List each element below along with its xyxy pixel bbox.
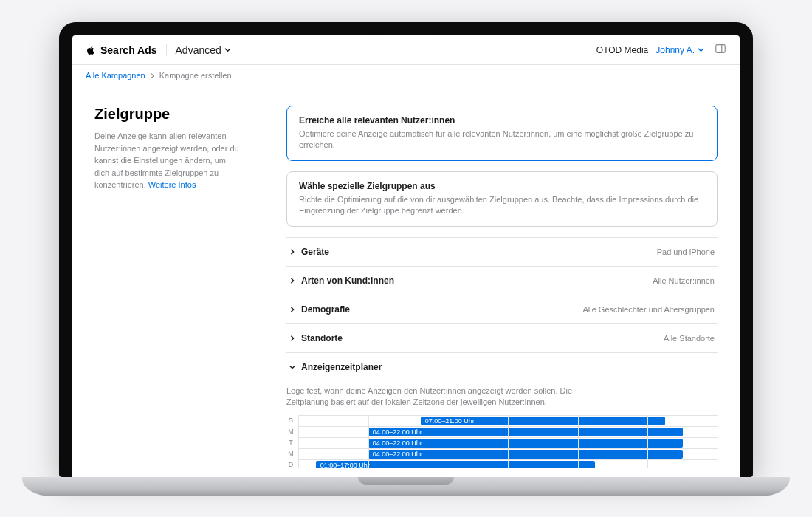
row-label: Demografie — [301, 304, 350, 315]
panel-toggle-icon[interactable] — [715, 43, 726, 57]
option-title: Erreiche alle relevanten Nutzer:innen — [299, 115, 705, 126]
apple-logo-icon — [86, 45, 96, 55]
camera-notch — [373, 25, 439, 34]
schedule-track[interactable]: M04:00–22:00 Uhr — [298, 426, 718, 437]
app-screen: Search Ads Advanced OTOD Media Johnny A. — [72, 35, 740, 477]
breadcrumb: Alle Kampagnen Kampagne erstellen — [72, 65, 740, 86]
brand-text: Search Ads — [100, 44, 157, 56]
chevron-right-icon — [150, 71, 155, 80]
schedule-grid[interactable]: S07:00–21:00 UhrM04:00–22:00 UhrT04:00–2… — [286, 415, 718, 468]
mode-label: Advanced — [176, 44, 221, 56]
row-value: Alle Geschlechter und Altersgruppen — [582, 305, 715, 314]
schedule-track[interactable]: D01:00–17:00 Uhr — [298, 459, 718, 468]
chevron-right-icon — [289, 333, 295, 343]
schedule-bar[interactable]: 07:00–21:00 Uhr — [421, 417, 665, 425]
main-column: Erreiche alle relevanten Nutzer:innen Op… — [286, 106, 718, 468]
row-value: iPad und iPhone — [655, 247, 715, 256]
option-desc: Optimiere deine Anzeige automatisch für … — [299, 129, 705, 151]
section-title: Zielgruppe — [94, 106, 242, 123]
row-scheduler[interactable]: Anzeigenzeitplaner — [286, 352, 718, 381]
schedule-bar[interactable]: 04:00–22:00 Uhr — [368, 439, 683, 448]
user-menu[interactable]: Johnny A. — [656, 45, 704, 55]
breadcrumb-root[interactable]: Alle Kampagnen — [86, 71, 145, 80]
scheduler-description: Lege fest, wann deine Anzeigen den Nutze… — [286, 386, 596, 408]
day-label: D — [286, 461, 295, 468]
section-description: Deine Anzeige kann allen relevanten Nutz… — [94, 130, 242, 191]
schedule-bar[interactable]: 04:00–22:00 Uhr — [368, 428, 683, 436]
schedule-bar[interactable]: 01:00–17:00 Uhr — [316, 461, 596, 468]
app-header: Search Ads Advanced OTOD Media Johnny A. — [72, 35, 740, 65]
learn-more-link[interactable]: Weitere Infos — [148, 180, 196, 189]
user-name: Johnny A. — [656, 45, 695, 55]
brand: Search Ads — [86, 44, 157, 56]
page-body: Zielgruppe Deine Anzeige kann allen rele… — [72, 86, 740, 468]
chevron-down-icon — [224, 47, 231, 53]
chevron-down-icon — [289, 362, 295, 372]
breadcrumb-current: Kampagne erstellen — [159, 71, 232, 80]
schedule-track[interactable]: T04:00–22:00 Uhr — [298, 437, 718, 448]
row-locations[interactable]: Standorte Alle Standorte — [286, 323, 718, 352]
row-value: Alle Nutzer:innen — [653, 276, 715, 285]
row-customer-types[interactable]: Arten von Kund:innen Alle Nutzer:innen — [286, 266, 718, 295]
row-label: Geräte — [301, 247, 329, 257]
option-desc: Richte die Optimierung auf die von dir a… — [299, 194, 705, 217]
row-devices[interactable]: Geräte iPad und iPhone — [286, 237, 718, 266]
schedule-track[interactable]: M04:00–22:00 Uhr — [298, 448, 718, 459]
option-specific-audiences[interactable]: Wähle spezielle Zielgruppen aus Richte d… — [286, 171, 718, 227]
day-label: M — [286, 428, 295, 435]
chevron-right-icon — [289, 247, 295, 257]
laptop-mockup: Search Ads Advanced OTOD Media Johnny A. — [59, 22, 753, 496]
option-reach-all[interactable]: Erreiche alle relevanten Nutzer:innen Op… — [286, 106, 718, 161]
row-demographics[interactable]: Demografie Alle Geschlechter und Altersg… — [286, 295, 718, 323]
svg-rect-0 — [716, 45, 725, 53]
day-label: T — [286, 439, 295, 446]
account-name: OTOD Media — [596, 45, 648, 55]
row-label: Anzeigenzeitplaner — [301, 362, 382, 372]
schedule-track[interactable]: S07:00–21:00 Uhr — [298, 415, 718, 426]
chevron-right-icon — [289, 275, 295, 286]
chevron-right-icon — [289, 304, 295, 315]
row-label: Arten von Kund:innen — [301, 275, 394, 286]
mode-switch[interactable]: Advanced — [166, 44, 231, 56]
chevron-down-icon — [698, 47, 704, 53]
laptop-base — [22, 477, 790, 496]
screen-bezel: Search Ads Advanced OTOD Media Johnny A. — [59, 22, 753, 477]
day-label: M — [286, 450, 295, 457]
option-title: Wähle spezielle Zielgruppen aus — [299, 181, 705, 191]
row-label: Standorte — [301, 333, 343, 343]
section-sidebar: Zielgruppe Deine Anzeige kann allen rele… — [94, 106, 242, 468]
day-label: S — [286, 417, 295, 424]
schedule-bar[interactable]: 04:00–22:00 Uhr — [368, 450, 683, 459]
row-value: Alle Standorte — [664, 334, 715, 343]
